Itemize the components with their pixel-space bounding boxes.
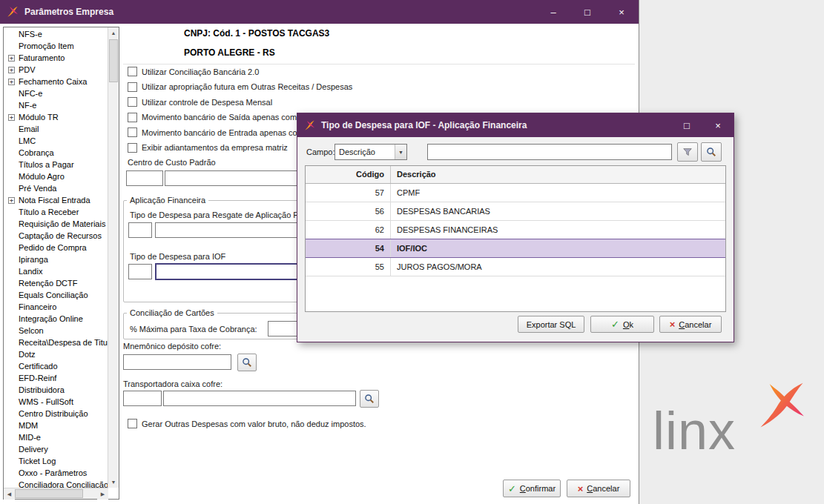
sidebar-item-label: Fechamento Caixa xyxy=(19,77,87,86)
table-row[interactable]: 54IOF/IOC xyxy=(306,239,725,258)
scroll-right-button[interactable]: ▶ xyxy=(97,488,108,500)
transportadora-search-button[interactable] xyxy=(360,390,379,408)
sidebar-item[interactable]: +Faturamento xyxy=(4,52,108,64)
sidebar-item[interactable]: Ticket Log xyxy=(4,455,108,467)
column-header-descricao[interactable]: Descrição xyxy=(391,166,725,183)
checkbox[interactable] xyxy=(128,113,137,122)
expand-plus-icon[interactable]: + xyxy=(8,67,15,73)
sidebar-item[interactable]: Integração Online xyxy=(4,313,108,325)
dialog-close-button[interactable]: × xyxy=(702,113,734,137)
checkbox[interactable] xyxy=(128,127,137,137)
sidebar-item[interactable]: WMS - FullSoft xyxy=(4,396,108,408)
expand-plus-icon[interactable]: + xyxy=(8,114,15,121)
exportar-sql-label: Exportar SQL xyxy=(527,320,576,329)
sidebar-item[interactable]: Distribuidora xyxy=(4,384,108,396)
confirmar-button[interactable]: ✓ Confirmar xyxy=(503,480,561,497)
sidebar-item[interactable]: Retenção DCTF xyxy=(4,277,108,289)
sidebar-item[interactable]: Certificado xyxy=(4,360,108,372)
table-row[interactable]: 56DESPESAS BANCARIAS xyxy=(306,202,725,221)
sidebar-item[interactable]: EFD-Reinf xyxy=(4,372,108,384)
dialog-cancelar-button[interactable]: × Cancelar xyxy=(659,316,722,333)
minimize-button[interactable]: – xyxy=(536,0,570,24)
filter-button[interactable] xyxy=(677,142,698,162)
chevron-down-icon[interactable]: ▼ xyxy=(395,145,406,159)
sidebar-item[interactable]: MDM xyxy=(4,420,108,431)
sidebar-item[interactable]: +Módulo TR xyxy=(4,111,108,123)
sidebar-item[interactable]: Título a Receber xyxy=(4,206,108,218)
ok-button[interactable]: ✓ Ok xyxy=(590,316,654,333)
scroll-up-button[interactable]: ▲ xyxy=(108,27,119,39)
sidebar-item[interactable]: NFS-e xyxy=(4,28,108,40)
sidebar-item[interactable]: Requisição de Materiais xyxy=(4,218,108,230)
checkbox[interactable] xyxy=(128,97,137,107)
sidebar-item[interactable]: Módulo Agro xyxy=(4,170,108,182)
cancelar-button[interactable]: × Cancelar xyxy=(567,480,630,497)
transportadora-code-input[interactable] xyxy=(123,391,162,406)
centro-custo-label: Centro de Custo Padrão xyxy=(128,158,216,167)
ok-button-label: Ok xyxy=(623,320,633,329)
column-header-codigo[interactable]: Código xyxy=(306,166,391,183)
dialog-maximize-button[interactable]: □ xyxy=(671,113,702,137)
sidebar-item[interactable]: MID-e xyxy=(4,431,108,443)
scroll-left-button[interactable]: ◀ xyxy=(4,488,15,500)
sidebar-item[interactable]: Pedido de Compra xyxy=(4,242,108,253)
close-button[interactable]: × xyxy=(604,0,639,24)
tree-items: NFS-ePromoção Item+Faturamento+PDV+Fecha… xyxy=(4,28,108,488)
mnemonico-input[interactable] xyxy=(123,354,231,370)
sidebar-item[interactable]: Conciliadora Conciliação xyxy=(4,479,108,488)
sidebar-item[interactable]: Títulos a Pagar xyxy=(4,159,108,170)
scroll-down-button[interactable]: ▼ xyxy=(108,477,119,488)
sidebar-item[interactable]: Pré Venda xyxy=(4,182,108,194)
horizontal-scroll-thumb[interactable] xyxy=(15,489,83,498)
exportar-sql-button[interactable]: Exportar SQL xyxy=(518,316,584,333)
dialog-search-button[interactable] xyxy=(701,142,722,162)
sidebar-item[interactable]: Captação de Recursos xyxy=(4,230,108,242)
sidebar-item[interactable]: Selcon xyxy=(4,325,108,336)
gerar-outras-checkbox[interactable] xyxy=(128,419,137,428)
sidebar-item[interactable]: Receita\Despesa de Titul xyxy=(4,336,108,348)
maximize-button[interactable]: □ xyxy=(570,0,604,24)
checkbox[interactable] xyxy=(128,143,137,153)
expand-plus-icon[interactable]: + xyxy=(8,55,15,62)
main-titlebar[interactable]: Parâmetros Empresa – □ × xyxy=(0,0,639,24)
expand-spacer xyxy=(8,422,15,429)
sidebar-horizontal-scrollbar[interactable]: ◀ ▶ xyxy=(4,488,108,499)
sidebar-item[interactable]: Oxxo - Parâmetros xyxy=(4,467,108,479)
resgate-code-input[interactable] xyxy=(128,222,152,238)
centro-custo-code-input[interactable] xyxy=(126,170,163,186)
sidebar-item[interactable]: Financeiro xyxy=(4,301,108,313)
sidebar-item[interactable]: Delivery xyxy=(4,443,108,455)
sidebar-item[interactable]: Landix xyxy=(4,265,108,277)
cancelar-button-label: Cancelar xyxy=(587,484,619,493)
sidebar-item[interactable]: Equals Conciliação xyxy=(4,289,108,301)
sidebar-vertical-scrollbar[interactable]: ▲ ▼ xyxy=(108,27,119,488)
mnemonico-search-button[interactable] xyxy=(237,354,257,371)
sidebar-item[interactable]: NF-e xyxy=(4,99,108,111)
sidebar-item[interactable]: Centro Distribuição xyxy=(4,408,108,420)
expand-plus-icon[interactable]: + xyxy=(8,197,15,204)
sidebar-item[interactable]: Promoção Item xyxy=(4,40,108,52)
sidebar-item[interactable]: +PDV xyxy=(4,64,108,76)
vertical-scroll-thumb[interactable] xyxy=(109,39,118,82)
sidebar-item[interactable]: +Nota Fiscal Entrada xyxy=(4,194,108,206)
sidebar-item[interactable]: +Fechamento Caixa xyxy=(4,76,108,87)
transportadora-desc-input[interactable] xyxy=(163,391,356,406)
sidebar-item[interactable]: Email xyxy=(4,123,108,135)
sidebar-item[interactable]: Cobrança xyxy=(4,147,108,159)
expand-spacer xyxy=(8,280,15,287)
campo-select[interactable]: Descrição ▼ xyxy=(334,144,407,160)
sidebar-item[interactable]: Ipiranga xyxy=(4,253,108,265)
sidebar-item[interactable]: NFC-e xyxy=(4,87,108,99)
dialog-search-input[interactable] xyxy=(427,144,672,160)
expand-plus-icon[interactable]: + xyxy=(8,79,15,85)
checkbox[interactable] xyxy=(128,82,137,92)
table-row[interactable]: 57CPMF xyxy=(306,184,725,202)
checkbox[interactable] xyxy=(128,67,137,76)
sidebar-item[interactable]: Dotz xyxy=(4,348,108,360)
iof-code-input[interactable] xyxy=(128,264,152,279)
sidebar-item[interactable]: LMC xyxy=(4,135,108,147)
table-row[interactable]: 55JUROS PAGOS/MORA xyxy=(306,258,725,276)
table-row[interactable]: 62DESPESAS FINANCEIRAS xyxy=(306,221,725,239)
sidebar-tree: NFS-ePromoção Item+Faturamento+PDV+Fecha… xyxy=(3,27,119,500)
dialog-titlebar[interactable]: Tipo de Despesa para IOF - Aplicação Fin… xyxy=(297,113,734,137)
